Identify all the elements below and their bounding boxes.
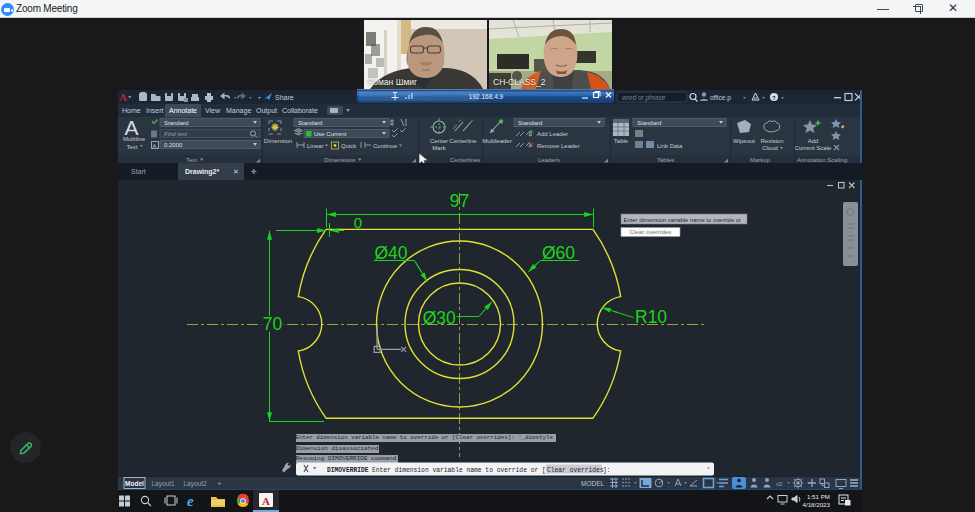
svg-text:Multileader: Multileader: [482, 138, 511, 144]
svg-text:Wipeout: Wipeout: [733, 138, 755, 144]
svg-text:office.p: office.p: [710, 94, 731, 102]
svg-text:0: 0: [354, 214, 362, 231]
svg-text:Multiline: Multiline: [123, 136, 146, 142]
svg-text:Standard: Standard: [298, 120, 322, 126]
svg-text:4/18/2023: 4/18/2023: [802, 501, 830, 508]
svg-text:Enter dimension variable name: Enter dimension variable name to overrid…: [372, 467, 546, 474]
svg-text:Centerline: Centerline: [449, 138, 477, 144]
svg-text:]:: ]:: [603, 467, 611, 474]
svg-text:Ø60: Ø60: [542, 243, 575, 263]
svg-text:Enter dimension variable name: Enter dimension variable name to overrid…: [624, 217, 742, 223]
svg-text:Tables: Tables: [657, 157, 674, 163]
svg-text:?: ?: [772, 95, 776, 101]
svg-text:Mark: Mark: [432, 145, 446, 151]
svg-text:Layout2: Layout2: [183, 480, 207, 488]
svg-text:Quick: Quick: [341, 143, 357, 149]
svg-text:70: 70: [263, 314, 283, 334]
svg-text:Linear: Linear: [307, 143, 324, 149]
svg-text:DIMOVERRIDE: DIMOVERRIDE: [327, 467, 369, 474]
svg-text:ʌ≡: ʌ≡: [776, 481, 783, 487]
svg-text:Revision: Revision: [760, 138, 783, 144]
svg-text:Add Leader: Add Leader: [537, 131, 568, 137]
svg-text:A: A: [153, 143, 157, 149]
svg-text:Clear overrides: Clear overrides: [630, 228, 672, 235]
svg-text:Ø30: Ø30: [423, 308, 456, 328]
svg-text:192.168.4.9: 192.168.4.9: [469, 93, 504, 100]
svg-text:Ø40: Ø40: [375, 243, 408, 263]
svg-text:Text: Text: [186, 157, 197, 163]
svg-text:Cloud: Cloud: [762, 145, 778, 151]
svg-text:AutoCAD 2022: AutoCAD 2022: [421, 94, 462, 100]
svg-text:Annotation Scaling: Annotation Scaling: [797, 157, 847, 163]
svg-text:Find text: Find text: [164, 131, 187, 137]
svg-text:Model: Model: [125, 480, 144, 487]
svg-text:A: A: [119, 91, 127, 103]
svg-text:Center: Center: [430, 138, 448, 144]
svg-text:97: 97: [450, 191, 469, 211]
svg-text:Leaders: Leaders: [538, 157, 560, 163]
svg-text:1:51 PM: 1:51 PM: [807, 493, 830, 500]
svg-text:A: A: [262, 495, 270, 507]
svg-text:e: e: [187, 493, 194, 509]
svg-text:Remove Leader: Remove Leader: [537, 143, 580, 149]
svg-text:Table: Table: [614, 138, 629, 144]
svg-text:Link Data: Link Data: [657, 143, 683, 149]
svg-text:Markup: Markup: [750, 157, 771, 163]
svg-text:Dimensions: Dimensions: [324, 157, 355, 163]
svg-text:R10: R10: [635, 307, 667, 327]
svg-text:Standard: Standard: [637, 120, 661, 126]
svg-text:Dimension: Dimension: [264, 138, 292, 144]
svg-text:Standard: Standard: [164, 120, 188, 126]
svg-text:Use Current: Use Current: [314, 131, 347, 137]
svg-text:Current Scale: Current Scale: [795, 145, 832, 151]
svg-text:word or phrase: word or phrase: [622, 94, 666, 102]
svg-text:0.2000: 0.2000: [164, 142, 183, 148]
svg-text:Standard: Standard: [518, 120, 542, 126]
svg-text:MODEL: MODEL: [581, 480, 605, 487]
svg-text:+: +: [217, 479, 222, 488]
svg-text:Clear overrides: Clear overrides: [547, 467, 604, 474]
svg-text:Share: Share: [275, 94, 294, 101]
svg-text:Centerlines: Centerlines: [450, 157, 480, 163]
svg-text:Add: Add: [808, 138, 819, 144]
svg-text:Text: Text: [126, 144, 137, 150]
svg-text:Continue: Continue: [373, 143, 398, 149]
svg-text:Layout1: Layout1: [151, 480, 175, 488]
